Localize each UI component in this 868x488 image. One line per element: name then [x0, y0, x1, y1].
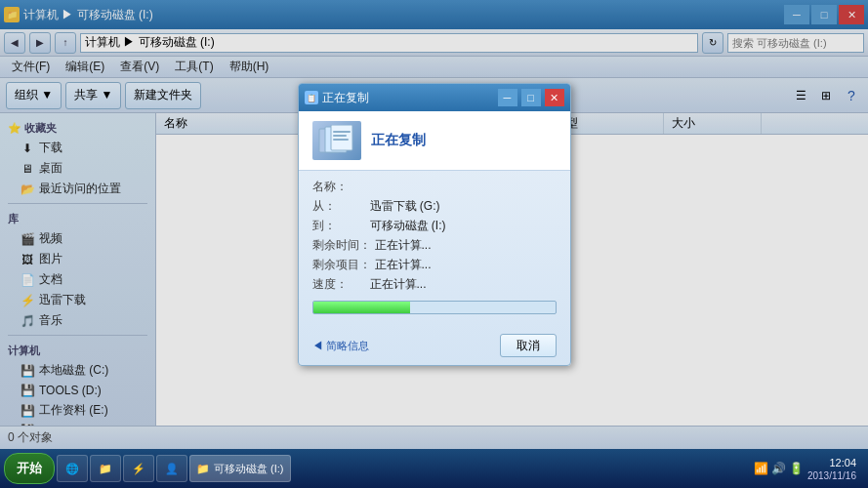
dialog-close-button[interactable]: ✕ [545, 89, 564, 106]
dialog-title-icon: 📋 [305, 91, 318, 104]
taskbar-app2-icon[interactable]: 👤 [156, 455, 187, 482]
taskbar-explorer-icon[interactable]: 📁 [90, 455, 121, 482]
dialog-row-remaining-time: 剩余时间： 正在计算... [312, 237, 557, 254]
copy-dialog: 📋 正在复制 ─ □ ✕ 正在复制 [298, 83, 571, 366]
dialog-to-value: 可移动磁盘 (I:) [370, 218, 446, 234]
cancel-button[interactable]: 取消 [500, 334, 557, 357]
start-button[interactable]: 开始 [4, 453, 55, 484]
taskbar-window-item[interactable]: 📁 可移动磁盘 (I:) [189, 455, 291, 482]
dialog-heading: 正在复制 [371, 132, 426, 149]
taskbar-tray: 📶 🔊 🔋 12:04 2013/11/16 [746, 456, 864, 480]
svg-rect-3 [333, 131, 351, 133]
dialog-speed-value: 正在计算... [370, 276, 427, 293]
dialog-footer: ◀ 简略信息 取消 [299, 330, 570, 365]
tray-date: 2013/11/16 [807, 470, 856, 481]
progress-bar-container [312, 301, 557, 314]
dialog-row-speed: 速度： 正在计算... [312, 276, 557, 293]
tray-battery-icon: 🔋 [789, 462, 804, 475]
taskbar: 开始 🌐 📁 ⚡ 👤 📁 可移动磁盘 (I:) 📶 🔊 🔋 12:04 2013… [0, 449, 868, 488]
dialog-from-label: 从： [312, 198, 366, 215]
svg-rect-4 [333, 135, 347, 137]
dialog-from-value: 迅雷下载 (G:) [370, 198, 440, 215]
dialog-remaining-time-value: 正在计算... [375, 237, 432, 254]
dialog-to-label: 到： [312, 218, 366, 234]
dialog-body: 名称： 从： 迅雷下载 (G:) 到： 可移动磁盘 (I:) 剩余时间： 正在计… [299, 171, 570, 330]
taskbar-window-icon: 📁 [196, 463, 210, 475]
taskbar-ie-icon[interactable]: 🌐 [57, 455, 88, 482]
taskbar-app1-icon[interactable]: ⚡ [123, 455, 154, 482]
tray-time: 12:04 [829, 456, 856, 469]
tray-volume-icon: 🔊 [771, 462, 786, 475]
dialog-speed-label: 速度： [312, 276, 366, 293]
svg-rect-5 [333, 139, 349, 141]
dialog-title-bar: 📋 正在复制 ─ □ ✕ [299, 84, 570, 111]
progress-bar-fill [313, 302, 410, 313]
dialog-remaining-items-value: 正在计算... [375, 257, 432, 273]
tray-icons: 📶 🔊 🔋 [754, 462, 804, 475]
modal-overlay: 📋 正在复制 ─ □ ✕ 正在复制 [0, 0, 868, 449]
svg-rect-2 [331, 125, 352, 150]
dialog-row-to: 到： 可移动磁盘 (I:) [312, 218, 557, 234]
dialog-name-label: 名称： [312, 179, 366, 195]
dialog-header-image [312, 121, 361, 160]
dialog-row-from: 从： 迅雷下载 (G:) [312, 198, 557, 215]
dialog-title-text: 正在复制 [322, 90, 494, 106]
dialog-row-name: 名称： [312, 179, 557, 195]
dialog-maximize-button[interactable]: □ [521, 89, 541, 106]
dialog-remaining-time-label: 剩余时间： [312, 237, 371, 254]
detail-link[interactable]: ◀ 简略信息 [312, 339, 369, 353]
dialog-header: 正在复制 [299, 111, 570, 171]
dialog-remaining-items-label: 剩余项目： [312, 257, 371, 273]
dialog-row-remaining-items: 剩余项目： 正在计算... [312, 257, 557, 273]
tray-network-icon: 📶 [754, 462, 768, 475]
dialog-minimize-button[interactable]: ─ [498, 89, 517, 106]
